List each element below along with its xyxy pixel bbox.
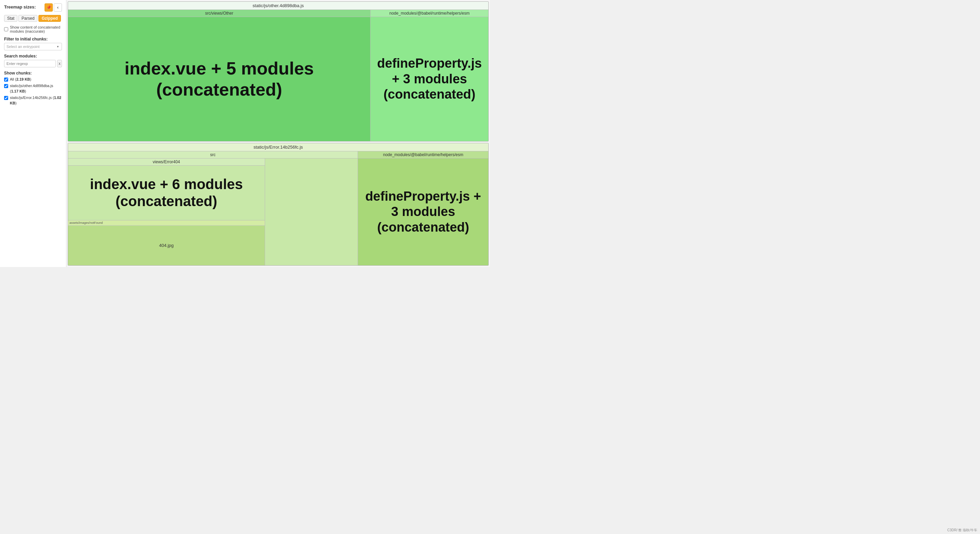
- pin-button[interactable]: 📌: [45, 3, 53, 11]
- show-content-checkbox-row[interactable]: Show content of concatenated modules (in…: [4, 25, 62, 33]
- chunk-all-size: 2.19 KB: [16, 77, 30, 81]
- show-content-checkbox[interactable]: [4, 27, 8, 31]
- chunk2-assets-main: 404.jpg: [68, 226, 265, 265]
- chunk2-right-title: node_modules/@babel/runtime/helpers/esm: [358, 151, 488, 159]
- search-label: Search modules:: [4, 54, 62, 59]
- chunk2-asset1: 404.jpg: [68, 226, 265, 265]
- chunk2-block: static/js/Error.14b256fc.js src views/Er…: [68, 143, 488, 265]
- chunk-all-row[interactable]: All (2.19 KB): [4, 77, 62, 82]
- treemap-main: static/js/other.4d898dba.js src/views/Ot…: [66, 0, 490, 267]
- chunk-all-label: All (2.19 KB): [10, 77, 31, 82]
- chunk2-views-content: index.vue + 6 modules (concatenated): [68, 166, 265, 220]
- stat-button[interactable]: Stat: [4, 15, 18, 22]
- size-buttons: Stat Parsed Gzipped: [4, 15, 62, 22]
- chunk2-src-inner: views/Error404 index.vue + 6 modules (co…: [68, 159, 265, 265]
- chunk1-block: static/js/other.4d898dba.js src/views/Ot…: [68, 2, 488, 141]
- chunk2-right-content: defineProperty.js + 3 modules (concatena…: [358, 159, 488, 265]
- search-section: Search modules: x: [4, 54, 62, 67]
- chunk2-right: node_modules/@babel/runtime/helpers/esm …: [358, 151, 488, 265]
- search-row: x: [4, 60, 62, 67]
- chunk1-right-title: node_modules/@babel/runtime/helpers/esm: [371, 10, 488, 17]
- filter-section: Filter to initial chunks: Select an entr…: [4, 37, 62, 50]
- show-chunks-label: Show chunks:: [4, 71, 62, 76]
- search-input[interactable]: [4, 60, 56, 67]
- entrypoint-select-wrapper: Select an entrypoint: [4, 43, 62, 50]
- show-chunks-section: Show chunks: All (2.19 KB) static/js/oth…: [4, 71, 62, 106]
- show-content-label: Show content of concatenated modules (in…: [10, 25, 62, 33]
- entrypoint-select[interactable]: Select an entrypoint: [4, 43, 62, 50]
- chunk2-src-title: src: [68, 151, 358, 159]
- chunk2-assets: assets/images/notFound 404.jpg: [68, 220, 265, 265]
- chunk1-right: node_modules/@babel/runtime/helpers/esm …: [371, 10, 488, 141]
- chunk1-left-title: src/views/Other: [68, 10, 370, 17]
- filter-label: Filter to initial chunks:: [4, 37, 62, 41]
- chunk-other-checkbox[interactable]: [4, 84, 8, 88]
- treemap-sizes-label: Treemap sizes:: [4, 5, 36, 10]
- chunk2-views-title: views/Error404: [68, 159, 265, 166]
- icon-buttons: 📌 ‹: [45, 3, 62, 11]
- chunk2-views: views/Error404 index.vue + 6 modules (co…: [68, 159, 265, 220]
- chunk-other-row[interactable]: static/js/other.4d898dba.js (1.17 KB): [4, 83, 62, 94]
- chunk2-src: views/Error404 index.vue + 6 modules (co…: [68, 159, 265, 265]
- chunk1-left-content: index.vue + 5 modules (concatenated): [68, 17, 370, 141]
- clear-search-button[interactable]: x: [57, 60, 62, 67]
- chunks-list: All (2.19 KB) static/js/other.4d898dba.j…: [4, 77, 62, 106]
- treemap-sizes-section: Treemap sizes: 📌 ‹: [4, 3, 62, 11]
- chunk1-right-content: defineProperty.js + 3 modules (concatena…: [371, 17, 488, 141]
- chunk1-title: static/js/other.4d898dba.js: [68, 2, 488, 10]
- chunk-all-checkbox[interactable]: [4, 78, 8, 82]
- chunk-error-row[interactable]: static/js/Error.14b256fc.js (1.02 KB): [4, 95, 62, 106]
- chunk-error-checkbox[interactable]: [4, 96, 8, 100]
- chunk-other-size: 1.17 KB: [11, 89, 25, 93]
- chunk-error-label: static/js/Error.14b256fc.js (1.02 KB): [10, 95, 62, 106]
- chunk1-inner: src/views/Other index.vue + 5 modules (c…: [68, 10, 488, 141]
- gzipped-button[interactable]: Gzipped: [38, 15, 60, 22]
- chunk1-left: src/views/Other index.vue + 5 modules (c…: [68, 10, 371, 141]
- chunk2-title: static/js/Error.14b256fc.js: [68, 143, 488, 151]
- chunk2-left: src views/Error404 index.vue + 6 modules…: [68, 151, 358, 265]
- chunk2-assets-title: assets/images/notFound: [68, 220, 265, 226]
- back-button[interactable]: ‹: [54, 3, 62, 11]
- chunk-other-label: static/js/other.4d898dba.js (1.17 KB): [10, 83, 62, 94]
- parsed-button[interactable]: Parsed: [18, 15, 37, 22]
- sidebar: Treemap sizes: 📌 ‹ Stat Parsed Gzipped S…: [0, 0, 66, 267]
- chunk2-inner: src views/Error404 index.vue + 6 modules…: [68, 151, 488, 265]
- chunk2-left-inner: views/Error404 index.vue + 6 modules (co…: [68, 159, 358, 265]
